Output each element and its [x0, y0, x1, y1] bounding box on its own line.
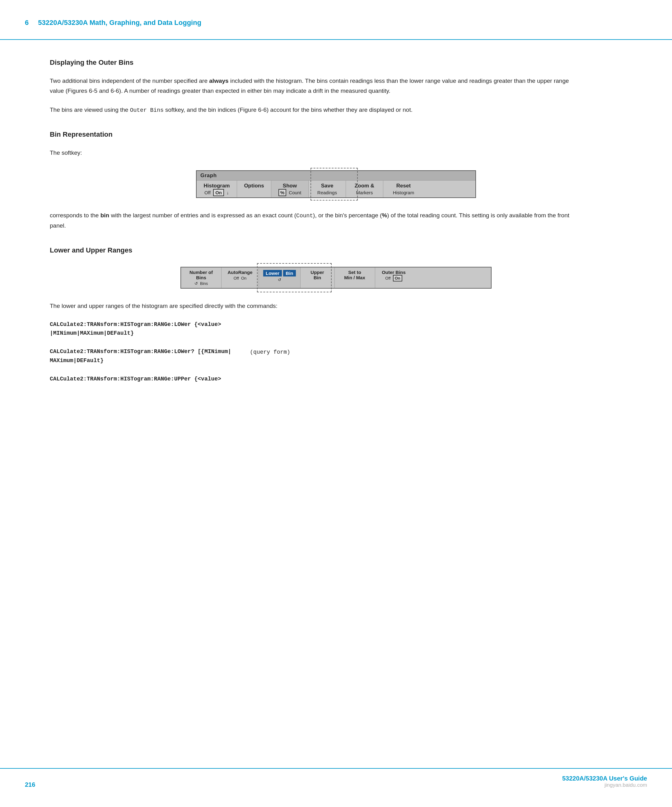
softkey-show-title: Show [277, 183, 303, 189]
softkey-histogram-sub: Off On ↓ [202, 190, 231, 195]
softkey-set-minmax-title: Set to [339, 270, 371, 275]
softkey-upper-bin-sub [305, 281, 330, 286]
softkey-upper-bin-title2: Bin [305, 275, 330, 280]
outer-bins-para1: Two additional bins independent of the n… [50, 76, 579, 96]
softkey-lower-bin-sub: ↺ [263, 277, 296, 282]
softkey-outer-bins-sub: Off On [379, 276, 408, 281]
softkey-num-bins-title2: Bins [185, 275, 217, 280]
softkey-autorange-title: AutoRange [226, 270, 254, 275]
softkey-upper-bin-title: Upper [305, 270, 330, 275]
figure-2-container: Number of Bins ↺ Bins AutoRange Off On L… [50, 267, 622, 289]
code-block-3: CALCulate2:TRANsform:HISTogram:RANGe:UPP… [50, 375, 579, 384]
softkey-num-bins: Number of Bins ↺ Bins [181, 267, 222, 288]
softkey-show-sub: % Count [277, 190, 303, 195]
section-heading-outer-bins: Displaying the Outer Bins [50, 58, 622, 66]
softkey-bar-2: Number of Bins ↺ Bins AutoRange Off On L… [180, 267, 492, 289]
page-header: 6 53220A/53230A Math, Graphing, and Data… [0, 19, 672, 40]
softkey-lower-bin-title: Lower [263, 270, 282, 276]
softkey-keys-row: Histogram Off On ↓ Options Show % Count [197, 181, 475, 198]
code-block-1: CALCulate2:TRANsform:HISTogram:RANGe:LOW… [50, 320, 579, 338]
softkey-bar-1: Graph Histogram Off On ↓ Options [196, 170, 476, 198]
softkey-histogram: Histogram Off On ↓ [197, 181, 237, 198]
softkey-zoom-title: Zoom & [352, 183, 377, 189]
section-heading-lower-upper: Lower and Upper Ranges [50, 246, 622, 254]
footer-right: 53220A/53230A User's Guide jingyan.baidu… [562, 775, 647, 788]
softkey-autorange-sub: Off On [226, 276, 254, 281]
lower-upper-para1: The lower and upper ranges of the histog… [50, 301, 579, 311]
softkey-set-minmax-title2: Min / Max [339, 275, 371, 280]
softkey-set-minmax-sub [339, 281, 371, 286]
softkey-lower-bin: Lower Bin ↺ [259, 267, 301, 288]
page: 6 53220A/53230A Math, Graphing, and Data… [0, 0, 672, 807]
code-block-2-note: (query form) [250, 347, 290, 357]
bin-rep-intro: The softkey: [50, 148, 579, 158]
softkey-options-sub [243, 190, 265, 195]
softkey-lower-bin-title2: Bin [283, 270, 296, 276]
softkey-reset: Reset Histogram [383, 181, 424, 198]
softkey-outer-bins: Outer Bins Off On [375, 267, 412, 288]
softkey-save-sub: Readings [314, 190, 340, 195]
softkey-num-bins-sub: ↺ Bins [185, 281, 217, 286]
footer-watermark: jingyan.baidu.com [562, 782, 647, 788]
softkey-options-title: Options [243, 183, 265, 189]
softkey-outer-bins-title: Outer Bins [379, 270, 408, 275]
figure-1-container: Graph Histogram Off On ↓ Options [50, 170, 622, 198]
figure-1: Graph Histogram Off On ↓ Options [196, 170, 476, 198]
footer-page-number: 216 [25, 781, 35, 788]
outer-bins-para2: The bins are viewed using the Outer Bins… [50, 105, 579, 115]
softkey-save-title: Save [314, 183, 340, 189]
footer-guide-title: 53220A/53230A User's Guide [562, 775, 647, 782]
code-block-2-text: CALCulate2:TRANsform:HISTogram:RANGe:LOW… [50, 347, 231, 365]
softkey-bar-label: Graph [197, 171, 475, 181]
page-footer: 216 53220A/53230A User's Guide jingyan.b… [0, 768, 672, 788]
chapter-number: 6 [25, 19, 29, 27]
softkey-num-bins-title: Number of [185, 270, 217, 275]
figure-2: Number of Bins ↺ Bins AutoRange Off On L… [180, 267, 492, 289]
softkey-autorange: AutoRange Off On [222, 267, 259, 288]
softkey-zoom-sub: Markers [352, 190, 377, 195]
main-content: Displaying the Outer Bins Two additional… [0, 58, 672, 384]
softkey-reset-title: Reset [389, 183, 418, 189]
bin-rep-para1: corresponds to the bin with the largest … [50, 211, 579, 231]
softkey-zoom: Zoom & Markers [346, 181, 383, 198]
code-block-2: CALCulate2:TRANsform:HISTogram:RANGe:LOW… [50, 347, 579, 365]
softkey-options: Options [237, 181, 271, 198]
softkey-show: Show % Count [271, 181, 309, 198]
softkey-histogram-title: Histogram [202, 183, 231, 189]
softkey-upper-bin: Upper Bin [301, 267, 335, 288]
section-heading-bin-rep: Bin Representation [50, 130, 622, 139]
softkey-reset-sub: Histogram [389, 190, 418, 195]
softkey-set-minmax: Set to Min / Max [335, 267, 375, 288]
softkey-save: Save Readings [309, 181, 346, 198]
chapter-title: 53220A/53230A Math, Graphing, and Data L… [38, 19, 201, 27]
